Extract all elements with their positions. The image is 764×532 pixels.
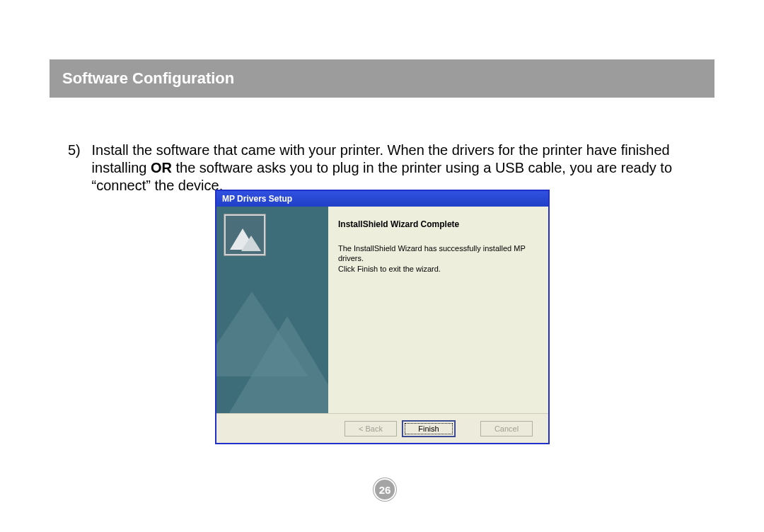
- dialog-side-graphic: [216, 207, 328, 415]
- dialog-titlebar: MP Drivers Setup: [216, 191, 548, 207]
- manual-page: Software Configuration 5) Install the so…: [0, 0, 764, 532]
- wizard-text-line1: The InstallShield Wizard has successfull…: [338, 244, 526, 262]
- wizard-complete-heading: InstallShield Wizard Complete: [338, 219, 459, 229]
- dialog-button-row: < Back Finish Cancel: [216, 413, 548, 443]
- dialog-title: MP Drivers Setup: [222, 194, 292, 204]
- back-button: < Back: [345, 421, 397, 436]
- section-title: Software Configuration: [62, 69, 234, 88]
- installer-dialog: MP Drivers Setup InstallShield Wizard Co…: [215, 190, 550, 444]
- wizard-complete-text: The InstallShield Wizard has successfull…: [338, 243, 540, 274]
- step-number: 5): [68, 141, 88, 159]
- instruction-step: 5) Install the software that came with y…: [68, 141, 705, 195]
- dialog-content: InstallShield Wizard Complete The Instal…: [328, 207, 548, 415]
- dialog-body: InstallShield Wizard Complete The Instal…: [216, 207, 548, 443]
- triangle-decor-icon: [224, 316, 328, 415]
- page-number: 26: [374, 478, 396, 501]
- finish-button[interactable]: Finish: [403, 421, 455, 436]
- cancel-button: Cancel: [480, 421, 533, 436]
- wizard-logo-icon: [224, 214, 266, 256]
- step-text-bold: OR: [151, 160, 172, 175]
- step-text: Install the software that came with your…: [92, 141, 700, 195]
- step-text-part2: the software asks you to plug in the pri…: [92, 160, 672, 193]
- wizard-text-line2: Click Finish to exit the wizard.: [338, 265, 441, 273]
- section-header: Software Configuration: [50, 59, 714, 98]
